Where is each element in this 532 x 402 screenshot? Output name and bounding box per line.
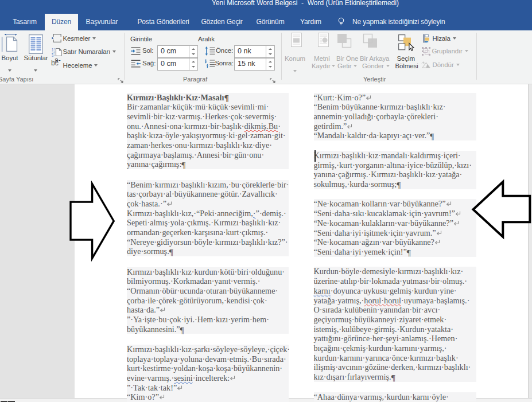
svg-text:3: 3 xyxy=(52,54,53,57)
